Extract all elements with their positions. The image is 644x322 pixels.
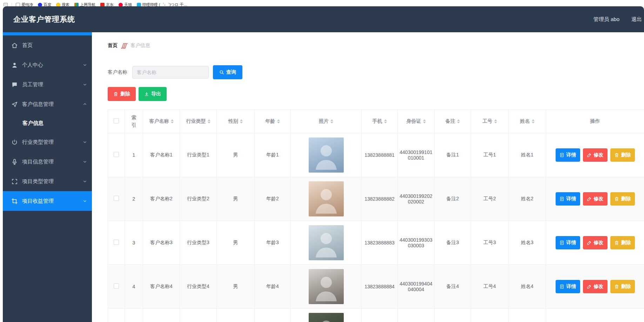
search-circle-icon xyxy=(56,3,60,7)
sort-caret-icon[interactable] xyxy=(171,118,174,125)
chevron-down-icon xyxy=(83,199,87,203)
cell-id-card: 440300199202020002 xyxy=(398,177,435,221)
cell-id-card: 440300199404040004 xyxy=(398,265,435,309)
chevron-down-icon xyxy=(83,82,87,87)
sidebar-item-3[interactable]: 员工管理 xyxy=(3,75,92,94)
bookmark-label: 百度 xyxy=(43,2,51,6)
bilibili-icon xyxy=(137,3,141,7)
trash-icon xyxy=(614,240,619,245)
sort-caret-icon[interactable] xyxy=(277,118,280,125)
row-detail-button[interactable]: 详情 xyxy=(556,192,580,206)
sort-caret-icon[interactable] xyxy=(494,118,497,125)
column-header-age[interactable]: 年龄 xyxy=(255,110,291,133)
bookmark-item[interactable]: 哔哩哔哩 (゜-゜)つロ 干… xyxy=(137,2,187,6)
customer-photo xyxy=(309,181,344,216)
sort-caret-icon[interactable] xyxy=(423,118,426,125)
row-delete-button[interactable]: 删除 xyxy=(610,148,635,162)
sidebar-item-2[interactable]: 个人中心 xyxy=(3,55,92,75)
bookmark-label: 天猫 xyxy=(124,2,132,6)
column-header-job_no[interactable]: 工号 xyxy=(471,110,509,133)
column-label: 身份证 xyxy=(407,118,421,124)
row-detail-button[interactable]: 详情 xyxy=(556,280,580,293)
cell-gender xyxy=(217,309,255,322)
row-checkbox[interactable] xyxy=(114,240,119,245)
jd-icon xyxy=(100,3,105,7)
row-checkbox[interactable] xyxy=(114,152,119,157)
customer-photo xyxy=(309,225,344,260)
sort-caret-icon[interactable] xyxy=(457,118,460,125)
breadcrumb-separator-icon: ∭ xyxy=(121,43,127,48)
column-header-real_name[interactable]: 姓名 xyxy=(509,110,546,133)
bookmark-item[interactable]: 百度 xyxy=(38,2,51,6)
column-header-gender[interactable]: 性别 xyxy=(217,110,255,133)
sort-caret-icon[interactable] xyxy=(240,118,243,125)
bookmark-item[interactable]: 搜索 xyxy=(56,2,69,6)
column-label: 照片 xyxy=(319,118,329,124)
sidebar-item-1[interactable]: 首页 xyxy=(3,35,92,55)
bookmark-item[interactable]: 上网导航 xyxy=(74,2,95,6)
row-checkbox[interactable] xyxy=(114,283,119,289)
row-edit-button[interactable]: 修改 xyxy=(583,280,608,293)
bookmarks-items: 爱纯净百度搜索上网导航京东天猫哔哩哔哩 (゜-゜)つロ 干… xyxy=(16,2,187,6)
row-edit-button[interactable]: 修改 xyxy=(583,236,608,249)
chevron-down-icon xyxy=(83,179,87,183)
column-label: 客户名称 xyxy=(149,118,169,124)
cell-customer-name: 客户名称2 xyxy=(143,177,180,221)
sort-caret-icon[interactable] xyxy=(384,118,387,125)
sidebar-item-5[interactable]: 行业类型管理 xyxy=(3,132,92,152)
row-edit-button[interactable]: 修改 xyxy=(583,148,608,162)
row-delete-button[interactable]: 删除 xyxy=(610,280,635,293)
column-header-id_card[interactable]: 身份证 xyxy=(398,110,435,133)
search-button[interactable]: 查询 xyxy=(213,65,242,79)
column-header-phone[interactable]: 手机 xyxy=(362,110,398,133)
browser-bookmarks-bar: 爱纯净百度搜索上网导航京东天猫哔哩哔哩 (゜-゜)つロ 干… xyxy=(0,0,644,6)
export-button[interactable]: 导出 xyxy=(139,87,167,101)
bookmark-label: 爱纯净 xyxy=(21,2,33,6)
column-header-photo[interactable]: 照片 xyxy=(291,110,362,133)
sidebar-item-7[interactable]: 项目类型管理 xyxy=(3,172,92,191)
sidebar-subitem[interactable]: 客户信息 xyxy=(3,114,92,132)
brackets-icon xyxy=(11,178,18,185)
bookmark-item[interactable]: 天猫 xyxy=(119,2,132,6)
row-checkbox[interactable] xyxy=(114,196,119,201)
row-detail-button[interactable]: 详情 xyxy=(556,148,580,162)
sidebar-item-8[interactable]: 项目收益管理 xyxy=(3,191,92,211)
current-user[interactable]: 管理员 abo xyxy=(593,16,619,23)
reader-button[interactable] xyxy=(4,3,8,7)
column-label: 操作 xyxy=(590,118,600,124)
pen-icon xyxy=(587,240,592,245)
sort-caret-icon[interactable] xyxy=(208,118,210,125)
cell-phone: 13823888883 xyxy=(362,221,398,265)
baidu-icon xyxy=(38,3,42,7)
bookmark-label: 京东 xyxy=(106,2,114,6)
row-edit-button[interactable]: 修改 xyxy=(583,192,608,206)
column-label: 性别 xyxy=(228,118,238,124)
customer-photo xyxy=(309,313,344,322)
bookmark-item[interactable]: 爱纯净 xyxy=(16,2,33,6)
column-header-industry[interactable]: 行业类型 xyxy=(180,110,217,133)
column-header-note[interactable]: 备注 xyxy=(435,110,471,133)
breadcrumb-home-link[interactable]: 首页 xyxy=(108,42,118,49)
column-header-name[interactable]: 客户名称 xyxy=(143,110,180,133)
cell-age: 年龄4 xyxy=(255,265,291,309)
row-delete-button[interactable]: 删除 xyxy=(610,192,635,206)
row-delete-button[interactable]: 删除 xyxy=(610,236,635,249)
column-header-actions: 操作 xyxy=(546,110,644,133)
sidebar-item-4[interactable]: 客户信息管理 xyxy=(3,94,92,114)
cell-name: 姓名2 xyxy=(509,177,546,221)
bulk-delete-button[interactable]: 删除 xyxy=(108,87,136,101)
cell-job-number: 工号4 xyxy=(471,265,509,309)
cell-name: 姓名3 xyxy=(509,221,546,265)
customer-name-input[interactable] xyxy=(132,66,209,79)
logout-link[interactable]: 退出 xyxy=(631,16,642,23)
sort-caret-icon[interactable] xyxy=(330,118,333,125)
bookmark-item[interactable]: 京东 xyxy=(100,2,114,6)
document-icon xyxy=(559,284,564,289)
sort-caret-icon[interactable] xyxy=(532,118,535,125)
row-detail-button[interactable]: 详情 xyxy=(556,236,580,249)
select-all-checkbox[interactable] xyxy=(114,118,119,123)
sidebar-item-6[interactable]: 项目信息管理 xyxy=(3,152,92,172)
bookmark-label: 搜索 xyxy=(62,2,69,6)
cell-age: 年龄2 xyxy=(255,177,291,221)
document-icon xyxy=(559,196,564,201)
